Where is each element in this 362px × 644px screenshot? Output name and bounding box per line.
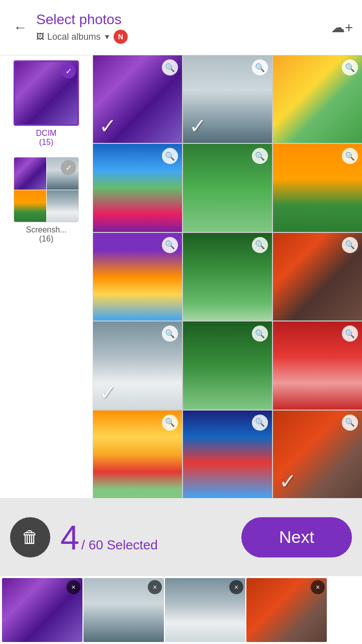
strip-remove-button-2[interactable]: × [229, 580, 243, 594]
photo-cell-12[interactable]: 🔍 [273, 321, 362, 409]
photo-search-icon-1[interactable]: 🔍 [162, 59, 178, 75]
photo-search-icon-14[interactable]: 🔍 [252, 415, 268, 431]
photo-cell-3[interactable]: 🔍 [273, 55, 362, 143]
photo-search-icon-13[interactable]: 🔍 [162, 415, 178, 431]
collage-cell-4 [47, 190, 79, 222]
album-thumb-container-screenshots: ✓ [14, 157, 79, 222]
photo-search-icon-12[interactable]: 🔍 [342, 326, 358, 342]
album-thumb-container: ✓ [14, 60, 79, 126]
collage-cell-3 [14, 190, 46, 222]
cloud-icon: ☁+ [331, 19, 353, 36]
photo-cell-11[interactable]: 🔍 [183, 321, 272, 409]
album-label[interactable]: Local albums [47, 32, 101, 42]
photo-cell-10[interactable]: 🔍✓ [93, 321, 182, 409]
selected-count-number: 4 [60, 520, 79, 554]
photo-cell-14[interactable]: 🔍 [183, 411, 272, 498]
back-arrow-icon: ← [13, 20, 27, 36]
photo-search-icon-4[interactable]: 🔍 [162, 148, 178, 164]
cloud-upload-button[interactable]: ☁+ [330, 16, 354, 40]
strip-item-0: × [2, 578, 82, 642]
next-button-label: Next [279, 527, 314, 547]
strip-item-2: × [165, 578, 245, 642]
photo-check-1: ✓ [99, 116, 117, 137]
photo-check-2: ✓ [189, 116, 207, 137]
photo-search-icon-8[interactable]: 🔍 [252, 237, 268, 253]
photo-cell-1[interactable]: 🔍✓ [93, 55, 182, 143]
photo-grid: 🔍✓🔍✓🔍🔍🔍🔍🔍🔍🔍🔍✓🔍🔍🔍🔍🔍✓ [93, 55, 362, 498]
album-item-dcim[interactable]: ✓ DCIM(15) [5, 60, 87, 147]
strip-remove-button-1[interactable]: × [148, 580, 162, 594]
photo-search-icon-11[interactable]: 🔍 [252, 326, 268, 342]
notification-badge: N [114, 30, 128, 44]
album-count-screenshots: (16) [39, 234, 53, 243]
next-button[interactable]: Next [241, 517, 352, 557]
album-name-screenshots: Screensh...(16) [26, 225, 67, 244]
chevron-down-icon[interactable]: ▼ [104, 33, 111, 41]
header-subtitle: 🖼 Local albums ▼ N [36, 30, 330, 44]
album-count-dcim: (15) [39, 138, 53, 146]
photo-cell-2[interactable]: 🔍✓ [183, 55, 272, 143]
photo-check-15: ✓ [279, 471, 297, 492]
selection-count: 4 / 60 Selected [60, 520, 231, 554]
photo-search-icon-6[interactable]: 🔍 [342, 148, 358, 164]
photo-cell-7[interactable]: 🔍 [93, 233, 182, 320]
photo-check-10: ✓ [99, 382, 117, 404]
photo-search-icon-7[interactable]: 🔍 [162, 237, 178, 253]
photo-search-icon-10[interactable]: 🔍 [162, 326, 178, 342]
strip-remove-button-3[interactable]: × [311, 580, 325, 594]
photo-cell-13[interactable]: 🔍 [93, 411, 182, 498]
album-check-screenshots: ✓ [61, 160, 76, 175]
strip-item-3: × [246, 578, 327, 642]
photo-cell-9[interactable]: 🔍 [273, 233, 362, 320]
header: ← Select photos 🖼 Local albums ▼ N ☁+ [0, 0, 362, 55]
album-icon: 🖼 [36, 32, 44, 41]
page-title: Select photos [36, 11, 330, 28]
album-item-screenshots[interactable]: ✓ Screensh...(16) [5, 157, 87, 244]
delete-button[interactable]: 🗑 [10, 517, 50, 557]
trash-icon: 🗑 [22, 527, 39, 547]
photo-search-icon-9[interactable]: 🔍 [342, 237, 358, 253]
album-selected-check: ✓ [61, 63, 76, 78]
back-button[interactable]: ← [8, 16, 32, 40]
selected-photos-strip: ×××× [0, 576, 362, 644]
album-sidebar: ✓ DCIM(15) ✓ Screensh...(16) [0, 55, 93, 498]
header-center: Select photos 🖼 Local albums ▼ N [32, 11, 330, 44]
photo-search-icon-3[interactable]: 🔍 [342, 59, 358, 75]
strip-remove-button-0[interactable]: × [66, 580, 80, 594]
photo-search-icon-15[interactable]: 🔍 [342, 415, 358, 431]
strip-item-1: × [83, 578, 164, 642]
photo-search-icon-2[interactable]: 🔍 [252, 59, 268, 75]
selected-count-text: / 60 Selected [81, 537, 158, 553]
photo-cell-6[interactable]: 🔍 [273, 144, 362, 231]
photo-search-icon-5[interactable]: 🔍 [252, 148, 268, 164]
bottom-bar: 🗑 4 / 60 Selected Next [0, 498, 362, 576]
photo-cell-4[interactable]: 🔍 [93, 144, 182, 231]
collage-cell-1 [14, 157, 46, 190]
main-content: ✓ DCIM(15) ✓ Screensh...(16) 🔍✓🔍✓🔍🔍🔍🔍🔍🔍🔍… [0, 55, 362, 498]
photo-cell-5[interactable]: 🔍 [183, 144, 272, 231]
photo-cell-15[interactable]: 🔍✓ [273, 411, 362, 498]
album-name-dcim: DCIM(15) [36, 129, 57, 147]
photo-cell-8[interactable]: 🔍 [183, 233, 272, 320]
